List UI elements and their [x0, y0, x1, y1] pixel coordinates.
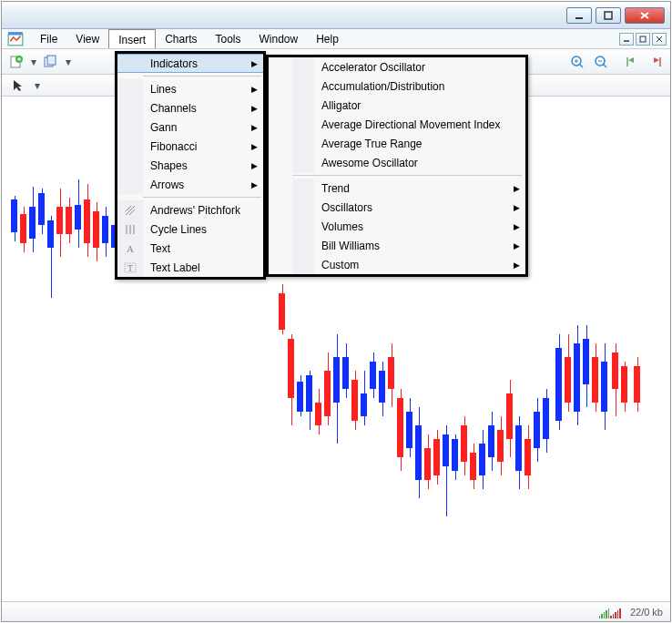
indicator-item-volumes[interactable]: Volumes▶ [269, 217, 525, 236]
insert-menu-item-gann[interactable]: Gann▶ [117, 117, 263, 137]
connection-indicator-icon [599, 606, 621, 618]
insert-menu-item-arrows[interactable]: Arrows▶ [117, 175, 263, 194]
menu-item-label: Text [143, 242, 247, 255]
menu-item-label: Awesome Oscillator [314, 157, 509, 169]
menu-item-label: Accelerator Oscillator [314, 61, 509, 74]
blank-icon [117, 137, 143, 156]
close-button[interactable] [625, 7, 665, 24]
insert-menu-item-channels[interactable]: Channels▶ [117, 98, 263, 117]
candlestick [621, 97, 628, 596]
menu-tools[interactable]: Tools [207, 29, 250, 48]
blank-icon [292, 115, 314, 134]
indicator-item-average-directional-movement-index[interactable]: Average Directional Movement Index [269, 115, 525, 134]
insert-menu-item-fibonacci[interactable]: Fibonacci▶ [117, 137, 263, 156]
profiles-button[interactable] [40, 52, 62, 72]
candlestick [75, 97, 82, 596]
menu-window[interactable]: Window [250, 29, 308, 48]
blank-icon [117, 117, 143, 137]
menu-view[interactable]: View [66, 29, 108, 48]
cursor-tool-dropdown[interactable]: ▾ [33, 76, 42, 96]
svg-rect-5 [8, 32, 23, 35]
indicator-item-average-true-range[interactable]: Average True Range [269, 134, 525, 153]
candlestick [574, 97, 581, 596]
insert-menu-item-andrews-pitchfork[interactable]: Andrews' Pitchfork [117, 200, 263, 220]
svg-rect-1 [605, 12, 612, 19]
blank-icon [292, 179, 314, 198]
statusbar: 22/0 kb [2, 601, 670, 621]
submenu-arrow-icon: ▶ [514, 203, 520, 212]
menu-item-label: Accumulation/Distribution [314, 80, 509, 93]
candlestick [11, 97, 18, 596]
indicator-item-bill-williams[interactable]: Bill Williams▶ [269, 236, 525, 255]
candlestick [634, 97, 641, 596]
submenu-arrow-icon: ▶ [251, 123, 258, 132]
insert-menu-item-lines[interactable]: Lines▶ [117, 79, 263, 98]
candlestick [612, 97, 619, 596]
menubar: FileViewInsertChartsToolsWindowHelp [2, 29, 670, 49]
indicator-item-awesome-oscillator[interactable]: Awesome Oscillator [269, 153, 525, 172]
svg-rect-7 [640, 36, 646, 42]
submenu-arrow-icon: ▶ [514, 184, 520, 193]
blank-icon [117, 156, 143, 175]
zoom-out-button[interactable] [590, 52, 612, 72]
menu-item-label: Trend [314, 182, 509, 195]
mdi-close-button[interactable] [652, 33, 667, 46]
svg-rect-15 [47, 56, 56, 65]
candlestick [66, 97, 73, 596]
insert-menu-item-text-label[interactable]: TText Label [117, 258, 263, 277]
menu-item-label: Volumes [314, 220, 509, 233]
mdi-restore-button[interactable] [636, 33, 650, 46]
svg-line-21 [603, 64, 606, 67]
menu-item-label: Average Directional Movement Index [314, 118, 509, 131]
indicator-item-accumulation-distribution[interactable]: Accumulation/Distribution [269, 77, 525, 96]
indicator-item-alligator[interactable]: Alligator [269, 96, 525, 115]
submenu-arrow-icon: ▶ [514, 260, 520, 270]
blank-icon [292, 77, 314, 96]
andrews-pitchfork-icon [117, 200, 143, 220]
menu-file[interactable]: File [31, 29, 66, 48]
app-icon [7, 31, 24, 47]
indicator-item-custom[interactable]: Custom▶ [269, 255, 525, 274]
indicator-item-trend[interactable]: Trend▶ [269, 179, 525, 198]
new-chart-dropdown[interactable]: ▾ [29, 52, 38, 72]
mdi-minimize-button[interactable] [619, 33, 634, 46]
chart-autoscroll-button[interactable] [645, 52, 667, 72]
menu-item-label: Channels [143, 102, 247, 115]
maximize-button[interactable] [596, 7, 621, 24]
svg-text:T: T [127, 263, 133, 273]
cursor-tool[interactable] [7, 76, 29, 96]
menu-item-label: Custom [314, 259, 509, 271]
blank-icon [117, 175, 143, 194]
insert-menu-item-shapes[interactable]: Shapes▶ [117, 156, 263, 175]
candlestick [583, 97, 590, 596]
candlestick [601, 97, 608, 596]
insert-menu-item-cycle-lines[interactable]: Cycle Lines [117, 220, 263, 239]
menu-item-label: Alligator [314, 99, 509, 112]
menu-item-label: Oscillators [314, 201, 509, 214]
insert-menu-item-text[interactable]: AText [117, 239, 263, 258]
menu-item-label: Bill Williams [314, 240, 509, 252]
menu-item-label: Gann [143, 121, 247, 134]
blank-icon [292, 96, 314, 115]
insert-menu-item-indicators[interactable]: Indicators▶ [117, 54, 263, 73]
candlestick [84, 97, 91, 596]
menu-item-label: Average True Range [314, 138, 509, 150]
submenu-arrow-icon: ▶ [251, 59, 258, 68]
indicators-submenu-popup: Accelerator OscillatorAccumulation/Distr… [266, 55, 528, 277]
indicator-item-oscillators[interactable]: Oscillators▶ [269, 198, 525, 217]
minimize-button[interactable] [566, 7, 592, 24]
menu-help[interactable]: Help [307, 29, 348, 48]
blank-icon [292, 236, 314, 255]
candlestick [29, 97, 36, 596]
menu-item-label: Indicators [143, 57, 247, 70]
menu-charts[interactable]: Charts [156, 29, 206, 48]
chart-shift-button[interactable] [621, 52, 643, 72]
blank-icon [292, 217, 314, 236]
new-chart-button[interactable] [5, 52, 27, 72]
profiles-dropdown[interactable]: ▾ [64, 52, 73, 72]
blank-icon [117, 55, 143, 72]
candlestick [38, 97, 46, 596]
zoom-in-button[interactable] [566, 52, 588, 72]
indicator-item-accelerator-oscillator[interactable]: Accelerator Oscillator [269, 57, 525, 77]
menu-insert[interactable]: Insert [108, 29, 156, 48]
